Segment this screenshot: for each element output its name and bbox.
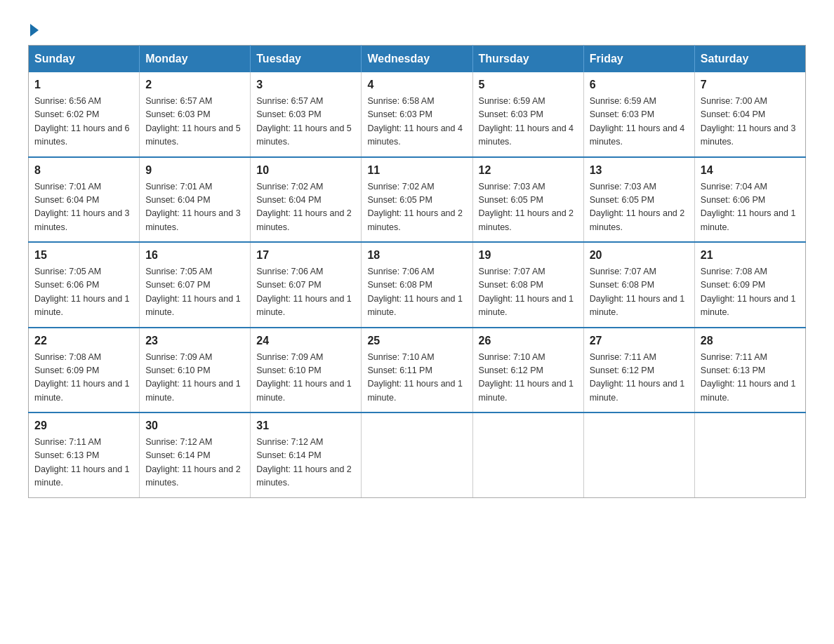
day-number: 31 (256, 417, 355, 434)
day-cell-13: 13Sunrise: 7:03 AMSunset: 6:05 PMDayligh… (583, 157, 694, 243)
day-number: 25 (367, 333, 466, 349)
day-info: Sunrise: 7:05 AMSunset: 6:07 PMDaylight:… (145, 265, 244, 320)
day-cell-12: 12Sunrise: 7:03 AMSunset: 6:05 PMDayligh… (472, 157, 583, 243)
day-cell-17: 17Sunrise: 7:06 AMSunset: 6:07 PMDayligh… (251, 242, 362, 328)
day-cell-14: 14Sunrise: 7:04 AMSunset: 6:06 PMDayligh… (694, 157, 805, 243)
day-info: Sunrise: 7:11 AMSunset: 6:13 PMDaylight:… (34, 436, 133, 490)
day-info: Sunrise: 7:03 AMSunset: 6:05 PMDaylight:… (590, 180, 689, 235)
day-number: 14 (701, 162, 800, 179)
day-number: 19 (479, 247, 578, 264)
day-number: 27 (590, 333, 689, 349)
day-number: 4 (367, 76, 466, 93)
day-number: 24 (256, 333, 355, 349)
week-row-3: 15Sunrise: 7:05 AMSunset: 6:06 PMDayligh… (29, 242, 806, 328)
header-tuesday: Tuesday (251, 46, 362, 73)
day-info: Sunrise: 6:59 AMSunset: 6:03 PMDaylight:… (479, 95, 578, 149)
day-number: 23 (145, 333, 244, 349)
day-cell-8: 8Sunrise: 7:01 AMSunset: 6:04 PMDaylight… (29, 157, 140, 243)
day-info: Sunrise: 7:02 AMSunset: 6:05 PMDaylight:… (367, 180, 466, 235)
logo (28, 21, 39, 36)
day-number: 22 (34, 333, 133, 349)
day-number: 7 (701, 76, 800, 93)
day-cell-6: 6Sunrise: 6:59 AMSunset: 6:03 PMDaylight… (583, 72, 694, 157)
day-info: Sunrise: 7:05 AMSunset: 6:06 PMDaylight:… (34, 265, 133, 320)
day-info: Sunrise: 7:10 AMSunset: 6:12 PMDaylight:… (479, 351, 578, 405)
day-cell-5: 5Sunrise: 6:59 AMSunset: 6:03 PMDaylight… (472, 72, 583, 157)
day-info: Sunrise: 6:59 AMSunset: 6:03 PMDaylight:… (590, 95, 689, 149)
day-number: 13 (590, 162, 689, 179)
day-info: Sunrise: 7:11 AMSunset: 6:13 PMDaylight:… (701, 351, 800, 405)
header-monday: Monday (140, 46, 251, 73)
day-number: 15 (34, 247, 133, 264)
day-info: Sunrise: 7:09 AMSunset: 6:10 PMDaylight:… (256, 351, 355, 405)
week-row-2: 8Sunrise: 7:01 AMSunset: 6:04 PMDaylight… (29, 157, 806, 243)
day-cell-4: 4Sunrise: 6:58 AMSunset: 6:03 PMDaylight… (362, 72, 472, 157)
logo-arrow-icon (30, 24, 39, 36)
day-number: 30 (145, 417, 244, 434)
day-info: Sunrise: 7:07 AMSunset: 6:08 PMDaylight:… (590, 265, 689, 320)
empty-cell (472, 412, 583, 497)
day-cell-20: 20Sunrise: 7:07 AMSunset: 6:08 PMDayligh… (583, 242, 694, 328)
day-number: 20 (590, 247, 689, 264)
day-cell-3: 3Sunrise: 6:57 AMSunset: 6:03 PMDaylight… (251, 72, 362, 157)
day-cell-25: 25Sunrise: 7:10 AMSunset: 6:11 PMDayligh… (362, 328, 472, 413)
day-number: 21 (701, 247, 800, 264)
day-number: 2 (145, 76, 244, 93)
week-row-1: 1Sunrise: 6:56 AMSunset: 6:02 PMDaylight… (29, 72, 806, 157)
day-cell-31: 31Sunrise: 7:12 AMSunset: 6:14 PMDayligh… (251, 412, 362, 497)
day-info: Sunrise: 7:07 AMSunset: 6:08 PMDaylight:… (479, 265, 578, 320)
weekday-header-row: Sunday Monday Tuesday Wednesday Thursday… (29, 46, 806, 73)
day-info: Sunrise: 7:08 AMSunset: 6:09 PMDaylight:… (701, 265, 800, 320)
day-info: Sunrise: 7:06 AMSunset: 6:07 PMDaylight:… (256, 265, 355, 320)
day-number: 8 (34, 162, 133, 179)
day-cell-1: 1Sunrise: 6:56 AMSunset: 6:02 PMDaylight… (29, 72, 140, 157)
empty-cell (583, 412, 694, 497)
day-cell-2: 2Sunrise: 6:57 AMSunset: 6:03 PMDaylight… (140, 72, 251, 157)
day-number: 5 (479, 76, 578, 93)
day-cell-19: 19Sunrise: 7:07 AMSunset: 6:08 PMDayligh… (472, 242, 583, 328)
day-cell-7: 7Sunrise: 7:00 AMSunset: 6:04 PMDaylight… (694, 72, 805, 157)
page-container: Sunday Monday Tuesday Wednesday Thursday… (28, 21, 806, 498)
empty-cell (362, 412, 472, 497)
day-info: Sunrise: 7:01 AMSunset: 6:04 PMDaylight:… (145, 180, 244, 235)
day-number: 17 (256, 247, 355, 264)
week-row-5: 29Sunrise: 7:11 AMSunset: 6:13 PMDayligh… (29, 412, 806, 497)
header (28, 21, 806, 36)
header-thursday: Thursday (472, 46, 583, 73)
day-number: 12 (479, 162, 578, 179)
day-cell-22: 22Sunrise: 7:08 AMSunset: 6:09 PMDayligh… (29, 328, 140, 413)
day-cell-21: 21Sunrise: 7:08 AMSunset: 6:09 PMDayligh… (694, 242, 805, 328)
day-info: Sunrise: 7:12 AMSunset: 6:14 PMDaylight:… (145, 436, 244, 490)
day-cell-16: 16Sunrise: 7:05 AMSunset: 6:07 PMDayligh… (140, 242, 251, 328)
header-saturday: Saturday (694, 46, 805, 73)
day-info: Sunrise: 6:57 AMSunset: 6:03 PMDaylight:… (145, 95, 244, 149)
day-cell-9: 9Sunrise: 7:01 AMSunset: 6:04 PMDaylight… (140, 157, 251, 243)
day-number: 10 (256, 162, 355, 179)
day-cell-27: 27Sunrise: 7:11 AMSunset: 6:12 PMDayligh… (583, 328, 694, 413)
day-cell-28: 28Sunrise: 7:11 AMSunset: 6:13 PMDayligh… (694, 328, 805, 413)
day-cell-10: 10Sunrise: 7:02 AMSunset: 6:04 PMDayligh… (251, 157, 362, 243)
day-info: Sunrise: 7:10 AMSunset: 6:11 PMDaylight:… (367, 351, 466, 405)
day-cell-23: 23Sunrise: 7:09 AMSunset: 6:10 PMDayligh… (140, 328, 251, 413)
day-info: Sunrise: 7:03 AMSunset: 6:05 PMDaylight:… (479, 180, 578, 235)
day-info: Sunrise: 7:11 AMSunset: 6:12 PMDaylight:… (590, 351, 689, 405)
day-number: 9 (145, 162, 244, 179)
day-info: Sunrise: 7:06 AMSunset: 6:08 PMDaylight:… (367, 265, 466, 320)
day-cell-18: 18Sunrise: 7:06 AMSunset: 6:08 PMDayligh… (362, 242, 472, 328)
header-friday: Friday (583, 46, 694, 73)
day-number: 11 (367, 162, 466, 179)
day-cell-15: 15Sunrise: 7:05 AMSunset: 6:06 PMDayligh… (29, 242, 140, 328)
header-wednesday: Wednesday (362, 46, 472, 73)
day-info: Sunrise: 7:02 AMSunset: 6:04 PMDaylight:… (256, 180, 355, 235)
day-number: 26 (479, 333, 578, 349)
day-cell-26: 26Sunrise: 7:10 AMSunset: 6:12 PMDayligh… (472, 328, 583, 413)
day-number: 1 (34, 76, 133, 93)
empty-cell (694, 412, 805, 497)
day-info: Sunrise: 7:09 AMSunset: 6:10 PMDaylight:… (145, 351, 244, 405)
header-sunday: Sunday (29, 46, 140, 73)
day-cell-29: 29Sunrise: 7:11 AMSunset: 6:13 PMDayligh… (29, 412, 140, 497)
day-number: 6 (590, 76, 689, 93)
calendar-table: Sunday Monday Tuesday Wednesday Thursday… (28, 45, 806, 498)
day-cell-11: 11Sunrise: 7:02 AMSunset: 6:05 PMDayligh… (362, 157, 472, 243)
day-cell-24: 24Sunrise: 7:09 AMSunset: 6:10 PMDayligh… (251, 328, 362, 413)
